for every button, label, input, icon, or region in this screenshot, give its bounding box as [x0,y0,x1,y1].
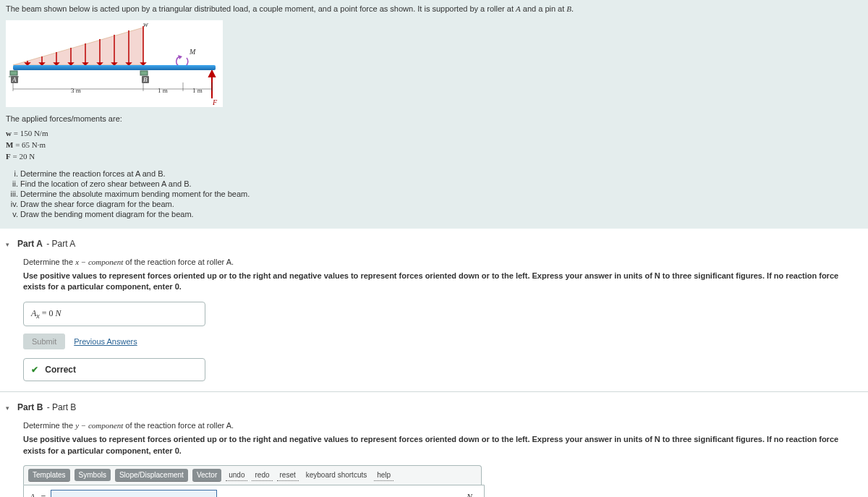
part-a-title-bold: Part A [17,239,43,249]
svg-marker-21 [209,71,215,77]
task-item: Draw the bending moment diagram for the … [20,210,862,218]
forces-heading: The applied forces/moments are: [6,114,862,123]
beam-diagram: w M F A B 3 m 1 m 1 m [6,20,223,107]
chevron-down-icon [6,402,13,412]
force-w-label: w [6,129,12,137]
dim-BC: 1 m [158,87,168,94]
dim-AB: 3 m [71,87,81,94]
label-F: F [213,98,217,106]
part-a-header[interactable]: Part A - Part A [6,239,862,249]
toolbar-reset-button[interactable]: reset [277,470,299,481]
part-a-previous-answers-link[interactable]: Previous Answers [74,337,137,346]
label-w: w [143,20,148,28]
task-item: Determine the reaction forces at A and B… [20,169,862,178]
part-a: Part A - Part A Determine the x − compon… [0,229,868,392]
task-item: Draw the shear force diagram for the bea… [20,200,862,208]
toolbar-templates-button[interactable]: Templates [28,469,70,482]
part-b: Part B - Part B Determine the y − compon… [0,392,868,497]
part-b-bold-instruction: Use positive values to represent forces … [23,434,862,456]
part-b-title-rest: - Part B [44,402,76,412]
force-M-val: = 65 N·m [15,140,46,149]
part-b-input-strip: Ay = N [23,485,485,497]
label-B: B [142,76,149,83]
task-item: Determine the absolute maximum bending m… [20,190,862,198]
part-b-answer-input[interactable] [51,490,217,497]
toolbar-help-button[interactable]: help [374,470,393,481]
force-F-label: F [6,152,11,161]
part-a-answer-box: Ax = 0 N [23,302,205,326]
toolbar-undo-button[interactable]: undo [226,470,247,481]
toolbar-keyboard-button[interactable]: keyboard shortcuts [303,470,370,480]
part-a-title-rest: - Part A [44,239,75,249]
forces-list: w = 150 N/m M = 65 N·m F = 20 N [6,129,862,161]
task-list: Determine the reaction forces at A and B… [20,169,862,218]
dim-CD: 1 m [192,87,203,94]
part-a-instruction: Determine the x − component of the react… [23,258,862,266]
part-b-header[interactable]: Part B - Part B [6,402,862,412]
chevron-down-icon [6,239,13,249]
label-M: M [190,48,195,56]
problem-statement: The beam shown below is acted upon by a … [0,0,868,229]
svg-rect-22 [10,71,17,75]
toolbar-symbols-button[interactable]: Symbols [75,469,111,481]
intro-text: The beam shown below is acted upon by a … [6,4,862,13]
part-b-instruction: Determine the y − component of the react… [23,421,862,430]
part-b-unit: N [467,492,472,497]
svg-rect-24 [140,71,148,75]
task-item: Find the location of zero shear between … [20,179,862,188]
force-w-val: = 150 N/m [14,129,48,137]
answer-toolbar: Templates Symbols Slope/Displacement Vec… [23,465,482,485]
toolbar-slope-button[interactable]: Slope/Displacement [115,469,188,482]
part-a-status-correct: Correct [23,358,205,381]
part-a-submit-button: Submit [23,334,65,349]
part-b-title-bold: Part B [17,402,43,412]
toolbar-vector-button[interactable]: Vector [192,469,221,482]
label-A: A [11,76,18,83]
toolbar-redo-button[interactable]: redo [252,470,272,481]
force-F-val: = 20 N [12,152,35,161]
part-a-bold-instruction: Use positive values to represent forces … [23,271,862,293]
force-M-label: M [6,140,13,149]
svg-marker-0 [13,27,143,65]
